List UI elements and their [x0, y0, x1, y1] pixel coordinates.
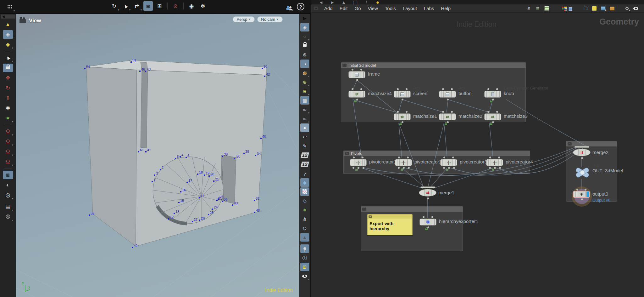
- node-pivotcreator4[interactable]: -|-: [486, 159, 503, 166]
- node-knob[interactable]: [484, 91, 501, 98]
- lasso-select-icon[interactable]: ◌▾: [300, 32, 309, 41]
- light-tool-icon[interactable]: ◎▾: [3, 191, 13, 199]
- smooth-shaded-icon[interactable]: ▩▾: [300, 96, 309, 105]
- node-matchsize2[interactable]: ⇄: [439, 113, 456, 120]
- hq-lighting-icon[interactable]: ⊕▾: [300, 78, 309, 86]
- select-cursor-icon[interactable]: ▲▾: [121, 1, 130, 11]
- handles-axis-icon[interactable]: ✶▾: [3, 114, 13, 123]
- material-globe-icon[interactable]: ◐: [3, 181, 13, 189]
- node-pivotcreator2[interactable]: -|-: [395, 159, 412, 166]
- lock-flag-icon[interactable]: [492, 168, 495, 171]
- collapse-arrow-icon[interactable]: ▶: [300, 14, 309, 22]
- list-view-icon[interactable]: [543, 5, 550, 12]
- sticky-note-icon[interactable]: [591, 5, 598, 12]
- view-camera-icon[interactable]: ◙▾: [3, 171, 13, 179]
- translate-tool-icon[interactable]: ✥: [3, 74, 13, 82]
- node-matchsize4[interactable]: ⇄: [348, 91, 365, 98]
- select-tool-icon[interactable]: ▲▾: [3, 54, 13, 62]
- menu-go[interactable]: Go: [351, 5, 364, 12]
- node-button[interactable]: [439, 91, 456, 98]
- points-display-icon[interactable]: ●: [300, 123, 309, 132]
- menu-labs[interactable]: Labs: [420, 5, 438, 12]
- lock-flag-icon[interactable]: [446, 168, 449, 171]
- persp-button[interactable]: Persp▼: [233, 16, 255, 22]
- node-output0[interactable]: ✱: [573, 191, 590, 198]
- lock-flag-icon[interactable]: [425, 227, 428, 230]
- snap-grid-icon[interactable]: Ω▾: [3, 127, 13, 136]
- network-editor[interactable]: Indie Edition Geometry −Initial 3d model…: [311, 13, 644, 297]
- menu-help[interactable]: Help: [437, 5, 454, 12]
- ghost-objects-icon[interactable]: ∞▾: [300, 114, 309, 123]
- point-numbers-icon[interactable]: 12: [300, 151, 309, 159]
- group-display-icon[interactable]: ✶: [300, 206, 309, 214]
- pane-expand-icon[interactable]: ▲: [314, 7, 318, 10]
- origin-axes-icon[interactable]: ⋔: [300, 215, 309, 223]
- profile-curves-icon[interactable]: ╭: [300, 169, 309, 178]
- node-matchsize1[interactable]: ⇄: [394, 113, 411, 120]
- lock-flag-icon[interactable]: [401, 168, 403, 171]
- gray-grid-icon[interactable]: ▦: [567, 5, 574, 12]
- lock-flag-icon[interactable]: [354, 100, 357, 102]
- visibility-eye-icon[interactable]: ▾: [300, 272, 309, 280]
- snap-point-icon[interactable]: Ω▾: [3, 147, 13, 156]
- palette-grid-icon[interactable]: [558, 5, 565, 12]
- node-frame[interactable]: [348, 71, 365, 78]
- snapshot-pin-icon[interactable]: ▾: [300, 244, 309, 253]
- wireframe-diamond-icon[interactable]: ◈▾: [3, 30, 13, 39]
- viewport-lock-icon[interactable]: [300, 41, 309, 50]
- node-merge2[interactable]: ⇉: [573, 149, 591, 156]
- no-entry-icon[interactable]: ⊘: [171, 1, 180, 11]
- viewport-3d[interactable]: 5451464350424061413938353432334849522543…: [16, 14, 299, 297]
- headlight-icon[interactable]: ◑▾: [300, 60, 309, 68]
- sop-settings-icon[interactable]: ✻: [198, 1, 208, 11]
- pane-drag-handle-icon[interactable]: ▾: [5, 2, 14, 12]
- prim-numbers-icon[interactable]: 12: [300, 160, 309, 168]
- rotate-tool-icon[interactable]: ↻: [3, 84, 13, 92]
- node-pivotcreator1[interactable]: -|-: [350, 159, 367, 166]
- lock-flag-icon[interactable]: [490, 122, 493, 125]
- lock-flag-icon[interactable]: [445, 122, 447, 125]
- image-plane-icon[interactable]: [599, 5, 607, 12]
- template-box-icon[interactable]: ◆▾: [3, 40, 13, 49]
- orbit-view-icon[interactable]: ↻▾: [109, 1, 119, 11]
- tree-view-icon[interactable]: ≣: [534, 5, 541, 12]
- visualizer-icon[interactable]: ⊜: [300, 224, 309, 232]
- node-screen[interactable]: [394, 91, 411, 98]
- construction-plane-icon[interactable]: ◈▾: [300, 23, 309, 31]
- hull-display-icon[interactable]: ◇: [300, 197, 309, 205]
- menu-add[interactable]: Add: [321, 5, 336, 12]
- lighting-off-icon[interactable]: ⊗: [300, 50, 309, 59]
- layout-people-icon[interactable]: ▾: [283, 2, 292, 11]
- image-planes-icon[interactable]: ▲▾: [300, 233, 309, 242]
- tools-wrench-icon[interactable]: ✗: [525, 5, 533, 12]
- shaded-view-icon[interactable]: ▲: [3, 20, 13, 29]
- hooks-display-icon[interactable]: ↩: [300, 133, 309, 141]
- normal-lighting-icon[interactable]: ◍▾: [300, 69, 309, 77]
- menu-view[interactable]: View: [364, 5, 381, 12]
- node-merge1[interactable]: ⇉: [419, 189, 436, 197]
- pose-tool-icon[interactable]: ✱: [3, 104, 13, 112]
- zoom-region-icon[interactable]: ⊞: [155, 1, 164, 11]
- takes-notes-icon[interactable]: ▤▾: [3, 203, 13, 211]
- node-hierarchyexporter1[interactable]: ⧉: [419, 219, 436, 226]
- node-out-3dmodel[interactable]: [575, 167, 590, 178]
- lock-flag-icon[interactable]: [399, 122, 402, 125]
- xray-glasses-icon[interactable]: ∞▾: [300, 105, 309, 114]
- hq-shadows-icon[interactable]: ⊕▾: [300, 87, 309, 95]
- toolbar-collapse-icon[interactable]: ◀: [1, 14, 15, 19]
- node-matchsize3[interactable]: ⇄: [484, 113, 501, 120]
- visor-icon[interactable]: ◉: [187, 1, 196, 11]
- info-icon[interactable]: ⓘ: [300, 254, 309, 262]
- lock-flag-icon[interactable]: [490, 100, 493, 102]
- lock-flag-icon[interactable]: [355, 168, 358, 171]
- no-cam-button[interactable]: No cam▼: [257, 16, 283, 22]
- snap-curve-icon[interactable]: Ω▾: [3, 137, 13, 146]
- normals-display-icon[interactable]: ✎: [300, 142, 309, 150]
- snap-multi-icon[interactable]: Ω▾: [3, 157, 13, 166]
- prim-normals-icon[interactable]: ◆: [300, 178, 309, 187]
- camera-pan-icon[interactable]: ⇄▾: [132, 1, 142, 11]
- uv-checker-icon[interactable]: ▾: [300, 187, 309, 196]
- layout-windows-icon[interactable]: ❐: [582, 5, 589, 12]
- camera-view-icon[interactable]: ◙: [143, 1, 153, 11]
- grid-display-icon[interactable]: ⊞: [300, 263, 309, 271]
